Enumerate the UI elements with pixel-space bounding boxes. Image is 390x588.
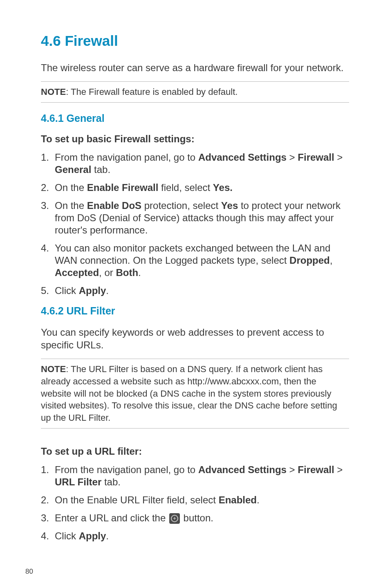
text: > bbox=[334, 464, 343, 475]
bold-text: Dropped bbox=[289, 255, 330, 266]
subsection-462-title: 4.6.2 URL Filter bbox=[41, 305, 349, 317]
steps-461: From the navigation panel, go to Advance… bbox=[41, 151, 349, 297]
add-icon bbox=[169, 513, 180, 524]
section-title: 4.6 Firewall bbox=[41, 33, 349, 49]
bold-text: Yes bbox=[221, 200, 238, 211]
bold-text: Firewall bbox=[298, 152, 334, 163]
note-block-urlfilter: NOTE: The URL Filter is based on a DNS q… bbox=[41, 359, 349, 428]
bold-text: Apply bbox=[79, 285, 106, 296]
text: From the navigation panel, go to bbox=[55, 152, 198, 163]
bold-text: General bbox=[55, 164, 91, 175]
note-block-firewall: NOTE: The Firewall feature is enabled by… bbox=[41, 81, 349, 103]
bold-text: Yes. bbox=[213, 182, 233, 193]
step-4: You can also monitor packets exchanged b… bbox=[41, 242, 349, 279]
text: On the Enable URL Filter field, select bbox=[55, 494, 219, 505]
text: Click bbox=[55, 285, 79, 296]
text: . bbox=[257, 494, 260, 505]
bold-text: URL Filter bbox=[55, 476, 101, 487]
note-label: NOTE bbox=[41, 364, 66, 374]
step-1: From the navigation panel, go to Advance… bbox=[41, 464, 349, 488]
bold-text: Enable DoS bbox=[87, 200, 141, 211]
step-2: On the Enable Firewall field, select Yes… bbox=[41, 182, 349, 194]
page-number: 80 bbox=[25, 568, 33, 576]
text: On the bbox=[55, 182, 87, 193]
intro-462: You can specify keywords or web addresse… bbox=[41, 326, 349, 351]
step-3: Enter a URL and click the button. bbox=[41, 512, 349, 524]
text: . bbox=[138, 267, 141, 278]
bold-text: Both bbox=[116, 267, 138, 278]
bold-text: Advanced Settings bbox=[198, 152, 287, 163]
text: tab. bbox=[91, 164, 110, 175]
text: > bbox=[334, 152, 343, 163]
bold-text: Advanced Settings bbox=[198, 464, 287, 475]
bold-text: Accepted bbox=[55, 267, 99, 278]
text: Enter a URL and click the bbox=[55, 512, 168, 523]
text: field, select bbox=[158, 182, 213, 193]
text: . bbox=[106, 285, 109, 296]
step-4: Click Apply. bbox=[41, 530, 349, 542]
text: , or bbox=[99, 267, 116, 278]
note-text: : The URL Filter is based on a DNS query… bbox=[41, 364, 337, 423]
step-2: On the Enable URL Filter field, select E… bbox=[41, 494, 349, 506]
note-text: : The Firewall feature is enabled by def… bbox=[66, 87, 238, 97]
text: , bbox=[330, 255, 333, 266]
bold-text: Enabled bbox=[219, 494, 257, 505]
setup-heading-462: To set up a URL filter: bbox=[41, 446, 349, 457]
bold-text: Enable Firewall bbox=[87, 182, 159, 193]
steps-462: From the navigation panel, go to Advance… bbox=[41, 464, 349, 542]
intro-text: The wireless router can serve as a hardw… bbox=[41, 61, 349, 74]
text: From the navigation panel, go to bbox=[55, 464, 198, 475]
setup-heading-461: To set up basic Firewall settings: bbox=[41, 133, 349, 145]
text: > bbox=[287, 464, 298, 475]
text: . bbox=[106, 530, 109, 541]
step-5: Click Apply. bbox=[41, 285, 349, 297]
bold-text: Apply bbox=[79, 530, 106, 541]
text: tab. bbox=[101, 476, 121, 487]
text: protection, select bbox=[141, 200, 221, 211]
step-1: From the navigation panel, go to Advance… bbox=[41, 151, 349, 176]
text: Click bbox=[55, 530, 79, 541]
note-label: NOTE bbox=[41, 87, 66, 97]
bold-text: Firewall bbox=[298, 464, 334, 475]
text: On the bbox=[55, 200, 87, 211]
step-3: On the Enable DoS protection, select Yes… bbox=[41, 200, 349, 236]
text: button. bbox=[181, 512, 213, 523]
subsection-461-title: 4.6.1 General bbox=[41, 112, 349, 124]
text: > bbox=[287, 152, 298, 163]
